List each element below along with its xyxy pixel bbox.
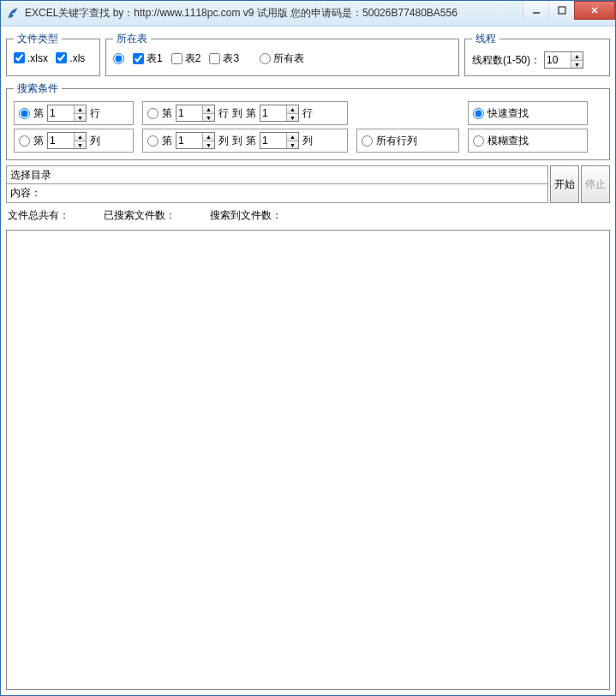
down-icon[interactable]: ▼ xyxy=(203,141,214,148)
thread-down-icon[interactable]: ▼ xyxy=(571,60,583,68)
up-icon[interactable]: ▲ xyxy=(287,105,298,113)
sheet3-label: 表3 xyxy=(223,51,239,66)
up-icon[interactable]: ▲ xyxy=(287,133,298,141)
col-from-input[interactable] xyxy=(176,133,202,148)
text-lie3: 列 xyxy=(302,134,313,148)
sheet3-checkbox[interactable] xyxy=(209,53,220,64)
fast-search-radio[interactable] xyxy=(473,108,484,119)
found-files-label: 搜索到文件数： xyxy=(210,208,282,223)
row-spinner[interactable]: ▲▼ xyxy=(47,105,87,122)
text-lie: 列 xyxy=(90,134,100,148)
svg-rect-1 xyxy=(559,7,565,14)
col-to-input[interactable] xyxy=(260,133,286,148)
text-dao2: 到 xyxy=(232,134,242,148)
search-legend: 搜索条件 xyxy=(14,81,62,96)
sheet1-label: 表1 xyxy=(147,51,163,66)
col-single-box: 第 ▲▼ 列 xyxy=(14,129,134,153)
close-button[interactable] xyxy=(574,1,615,20)
all-rc-box: 所有行列 xyxy=(356,129,459,153)
text-di4: 第 xyxy=(33,134,44,148)
up-icon[interactable]: ▲ xyxy=(75,133,86,141)
up-icon[interactable]: ▲ xyxy=(203,105,214,113)
col-single-radio[interactable] xyxy=(19,135,30,147)
sheet2-checkbox[interactable] xyxy=(171,53,182,64)
down-icon[interactable]: ▼ xyxy=(75,113,86,121)
thread-legend: 线程 xyxy=(472,32,499,46)
up-icon[interactable]: ▲ xyxy=(203,133,214,141)
sheet1-checkbox[interactable] xyxy=(133,53,144,64)
col-input[interactable] xyxy=(48,133,74,148)
xlsx-label: .xlsx xyxy=(27,52,48,64)
searched-files-label: 已搜索文件数： xyxy=(104,208,176,223)
down-icon[interactable]: ▼ xyxy=(287,113,298,121)
thread-spinner[interactable]: ▲▼ xyxy=(544,51,583,69)
app-window: EXCEL关键字查找 by：http://www.1118pc.com v9 试… xyxy=(0,0,616,696)
text-di3: 第 xyxy=(246,106,256,121)
col-range-box: 第 ▲▼ 列 到 第 ▲▼ 列 xyxy=(142,129,348,153)
text-di2: 第 xyxy=(162,106,172,121)
xls-label: .xls xyxy=(69,52,85,64)
dir-input[interactable] xyxy=(55,166,547,183)
sheet2-label: 表2 xyxy=(185,51,201,66)
row-range-box: 第 ▲▼ 行 到 第 ▲▼ 行 xyxy=(142,101,348,125)
sheet-specific-radio[interactable] xyxy=(113,53,124,64)
xlsx-checkbox[interactable] xyxy=(14,52,25,63)
thread-input[interactable] xyxy=(545,52,571,68)
minimize-button[interactable] xyxy=(523,1,548,20)
xls-checkbox[interactable] xyxy=(56,52,67,63)
text-lie2: 列 xyxy=(218,134,229,148)
sheet-group: 所在表 表1 表2 表3 所有表 xyxy=(105,32,459,76)
fuzzy-search-label: 模糊查找 xyxy=(487,134,529,148)
search-group: 搜索条件 第 ▲▼ 行 第 ▲▼ 行 到 第 ▲▼ 行 xyxy=(6,81,610,160)
row-single-box: 第 ▲▼ 行 xyxy=(14,101,134,125)
text-hang2: 行 xyxy=(218,106,229,121)
row-from-input[interactable] xyxy=(176,105,202,121)
maximize-button[interactable] xyxy=(548,1,574,20)
col-to-spinner[interactable]: ▲▼ xyxy=(260,132,299,149)
row-to-input[interactable] xyxy=(260,105,286,121)
down-icon[interactable]: ▼ xyxy=(287,141,298,148)
row-from-spinner[interactable]: ▲▼ xyxy=(176,105,215,122)
all-rc-radio[interactable] xyxy=(362,135,373,147)
thread-group: 线程 线程数(1-50)： ▲▼ xyxy=(464,32,610,76)
content-input[interactable] xyxy=(45,184,547,202)
all-rc-label: 所有行列 xyxy=(376,134,417,148)
text-di6: 第 xyxy=(246,134,256,148)
col-spinner[interactable]: ▲▼ xyxy=(47,132,87,149)
up-icon[interactable]: ▲ xyxy=(75,105,86,113)
text-dao: 到 xyxy=(232,106,242,121)
sheet-all-label: 所有表 xyxy=(273,51,304,66)
window-title: EXCEL关键字查找 by：http://www.1118pc.com v9 试… xyxy=(25,6,523,21)
fast-search-box: 快速查找 xyxy=(468,101,588,125)
client-area: 文件类型 .xlsx .xls 所在表 表1 表2 表3 所有表 线程 线程数(… xyxy=(1,27,615,695)
row-input[interactable] xyxy=(48,105,74,121)
fuzzy-search-box: 模糊查找 xyxy=(468,129,588,153)
row-range-radio[interactable] xyxy=(147,108,158,119)
sheet-all-radio[interactable] xyxy=(260,53,271,64)
row-to-spinner[interactable]: ▲▼ xyxy=(260,105,299,122)
text-di: 第 xyxy=(33,106,44,121)
fast-search-label: 快速查找 xyxy=(487,106,529,121)
col-from-spinner[interactable]: ▲▼ xyxy=(176,132,215,149)
fuzzy-search-radio[interactable] xyxy=(473,135,484,147)
stop-button[interactable]: 停止 xyxy=(581,165,610,203)
row-single-radio[interactable] xyxy=(19,108,30,119)
thread-up-icon[interactable]: ▲ xyxy=(571,52,583,60)
down-icon[interactable]: ▼ xyxy=(203,113,214,121)
col-range-radio[interactable] xyxy=(147,135,158,147)
start-button[interactable]: 开始 xyxy=(550,165,579,203)
text-di5: 第 xyxy=(162,134,172,148)
app-icon xyxy=(6,7,20,21)
filetype-group: 文件类型 .xlsx .xls xyxy=(6,32,100,76)
total-files-label: 文件总共有： xyxy=(8,208,69,223)
filetype-legend: 文件类型 xyxy=(14,32,62,46)
window-buttons xyxy=(523,1,615,26)
text-hang3: 行 xyxy=(302,106,313,121)
dir-content-row: 选择目录 内容： 开始 停止 xyxy=(6,165,610,203)
title-bar: EXCEL关键字查找 by：http://www.1118pc.com v9 试… xyxy=(1,1,615,27)
results-list[interactable] xyxy=(6,230,610,690)
stats-row: 文件总共有： 已搜索文件数： 搜索到文件数： xyxy=(6,205,610,226)
sheet-legend: 所在表 xyxy=(113,32,151,46)
select-dir-label: 选择目录 xyxy=(7,168,55,183)
down-icon[interactable]: ▼ xyxy=(75,141,86,148)
